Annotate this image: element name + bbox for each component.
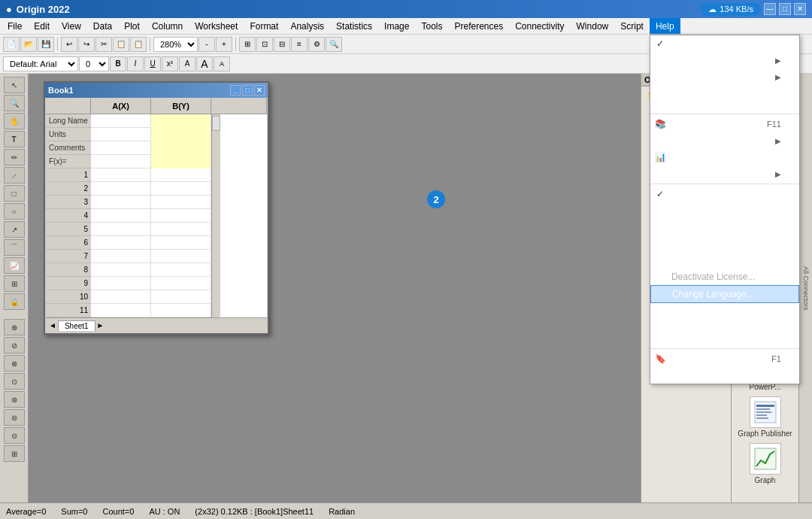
dd-reactivate-hints[interactable]: Reactivate All Hints — [650, 303, 799, 320]
app-graph[interactable]: Graph — [735, 443, 795, 485]
cell-b-fx[interactable] — [151, 155, 211, 168]
sidebar-btn-extra2[interactable]: ⊘ — [4, 337, 25, 354]
menu-statistics[interactable]: Statistics — [330, 18, 378, 34]
cell-a-5[interactable] — [91, 223, 151, 236]
menu-view[interactable]: View — [56, 18, 87, 34]
cell-a-1[interactable] — [91, 168, 151, 182]
sidebar-btn-line[interactable]: ⟋ — [4, 167, 25, 184]
dd-training-videos[interactable]: Training Videos ▶ — [650, 132, 799, 149]
sidebar-btn-extra8[interactable]: ⊞ — [4, 445, 25, 462]
col-header-a[interactable]: A(X) — [91, 99, 151, 114]
menu-connectivity[interactable]: Connectivity — [509, 18, 570, 34]
restore-button[interactable]: □ — [779, 3, 791, 15]
sidebar-btn-extra5[interactable]: ⊛ — [4, 391, 25, 408]
cell-a-9[interactable] — [91, 277, 151, 290]
cell-b-6[interactable] — [151, 236, 211, 250]
italic-btn[interactable]: I — [127, 56, 144, 71]
ss-scrollbar-v[interactable] — [211, 114, 220, 317]
format-btn4[interactable]: A — [214, 56, 230, 71]
book1-restore[interactable]: □ — [242, 85, 253, 96]
cell-b-10[interactable] — [151, 290, 211, 304]
cell-b-8[interactable] — [151, 263, 211, 277]
underline-btn[interactable]: U — [144, 56, 161, 71]
format-btn3[interactable]: A — [196, 56, 213, 71]
cell-b-comments[interactable] — [151, 141, 211, 155]
menu-script[interactable]: Script — [614, 18, 650, 34]
dd-graph-gallery[interactable]: 📊 Graph Gallery — [650, 149, 799, 165]
menu-plot[interactable]: Plot — [118, 18, 146, 34]
sidebar-btn-zoom[interactable]: 🔍 — [4, 95, 25, 111]
sheet-tab[interactable]: Sheet1 — [58, 320, 95, 331]
menu-data[interactable]: Data — [87, 18, 118, 34]
cell-b-5[interactable] — [151, 223, 211, 236]
menu-window[interactable]: Window — [571, 18, 615, 34]
zoom-in-btn[interactable]: + — [216, 37, 232, 52]
sidebar-btn-text[interactable]: T — [4, 131, 25, 147]
cell-b-longname[interactable] — [151, 114, 211, 128]
prev-sheet-btn[interactable]: ◄ — [49, 321, 56, 329]
format-btn1[interactable]: x² — [162, 56, 178, 71]
book1-close[interactable]: ✕ — [254, 85, 265, 96]
cell-a-6[interactable] — [91, 236, 151, 250]
cell-a-10[interactable] — [91, 290, 151, 304]
minimize-button[interactable]: — — [764, 3, 776, 15]
menu-image[interactable]: Image — [378, 18, 415, 34]
cell-b-units[interactable] — [151, 128, 211, 141]
cell-a-11[interactable] — [91, 304, 151, 317]
menu-help[interactable]: Help ✓ Use Online Help Origin ▶ Programm… — [650, 18, 680, 34]
cell-b-4[interactable] — [151, 209, 211, 223]
menu-edit[interactable]: Edit — [28, 18, 56, 34]
zoom-dropdown[interactable]: 280% 100% — [153, 37, 198, 52]
cell-b-11[interactable] — [151, 304, 211, 317]
cell-a-units[interactable] — [91, 128, 151, 141]
sidebar-btn-graph[interactable]: 📈 — [4, 257, 25, 274]
save-btn[interactable]: 💾 — [38, 37, 54, 52]
book1-minimize[interactable]: _ — [230, 85, 241, 96]
sidebar-btn-data[interactable]: ⊞ — [4, 275, 25, 292]
sidebar-btn-rect[interactable]: □ — [4, 185, 25, 202]
menu-preferences[interactable]: Preferences — [448, 18, 509, 34]
menu-column[interactable]: Column — [146, 18, 189, 34]
dd-origin-support[interactable]: Origin Support and Resources... — [650, 85, 799, 112]
cell-a-8[interactable] — [91, 263, 151, 277]
misc-btn3[interactable]: ⊟ — [274, 37, 290, 52]
dd-origin[interactable]: Origin ▶ — [650, 52, 799, 68]
sidebar-btn-pointer[interactable]: ↖ — [4, 77, 25, 93]
format-btn2[interactable]: A — [179, 56, 195, 71]
cell-b-9[interactable] — [151, 277, 211, 290]
menu-worksheet[interactable]: Worksheet — [189, 18, 244, 34]
dd-change-language[interactable]: Change Language... — [650, 285, 799, 303]
cell-a-4[interactable] — [91, 209, 151, 223]
dd-use-online-help[interactable]: ✓ Use Online Help — [650, 35, 799, 52]
dd-check-updates[interactable]: Check for Updates... — [650, 202, 799, 219]
menu-format[interactable]: Format — [244, 18, 284, 34]
col-header-b[interactable]: B(Y) — [151, 99, 211, 114]
open-btn[interactable]: 📂 — [20, 37, 37, 52]
new-btn[interactable]: 📄 — [3, 37, 20, 52]
cell-a-7[interactable] — [91, 250, 151, 263]
dd-convert-trial[interactable]: Convert Trial to Product... — [650, 235, 799, 252]
misc-btn6[interactable]: 🔍 — [326, 37, 342, 52]
cell-a-fx[interactable] — [91, 155, 151, 168]
redo-btn[interactable]: ↪ — [78, 37, 95, 52]
menu-file[interactable]: File — [2, 18, 28, 34]
misc-btn4[interactable]: ≡ — [291, 37, 308, 52]
cell-a-3[interactable] — [91, 196, 151, 209]
sidebar-btn-draw[interactable]: ✏ — [4, 149, 25, 165]
cell-b-3[interactable] — [151, 196, 211, 209]
font-size-dropdown[interactable]: 0 — [79, 56, 109, 71]
zoom-out-btn[interactable]: - — [198, 37, 215, 52]
menu-analysis[interactable]: Analysis — [284, 18, 330, 34]
next-sheet-btn[interactable]: ► — [97, 321, 105, 329]
dd-run-trial[interactable]: ✓ Run Trial as OriginPro — [650, 186, 799, 202]
bold-btn[interactable]: B — [110, 56, 126, 71]
dd-register-online[interactable]: Register on-line... — [650, 219, 799, 235]
cell-b-7[interactable] — [151, 250, 211, 263]
sidebar-btn-pan[interactable]: ✋ — [4, 113, 25, 129]
cell-a-comments[interactable] — [91, 141, 151, 155]
font-dropdown[interactable]: Default: Arial — [3, 56, 78, 71]
misc-btn1[interactable]: ⊞ — [239, 37, 256, 52]
misc-btn2[interactable]: ⊡ — [256, 37, 273, 52]
cell-b-1[interactable] — [151, 168, 211, 182]
sidebar-btn-lock[interactable]: 🔒 — [4, 293, 25, 310]
